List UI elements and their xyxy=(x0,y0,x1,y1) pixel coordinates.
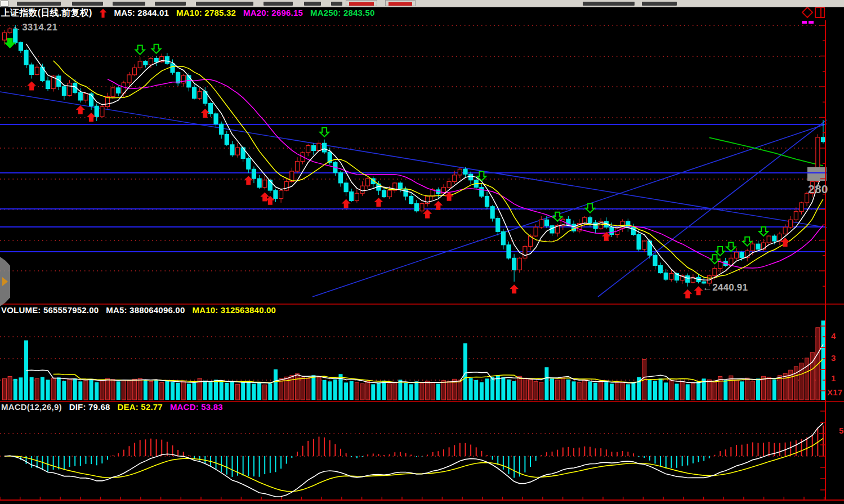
ma20-value: MA20: 2696.15 xyxy=(243,8,303,17)
menu-item-fragment[interactable] xyxy=(264,2,293,6)
signal-arrows-layer xyxy=(6,39,790,298)
dif-value: DIF: 79.68 xyxy=(69,402,110,412)
menu-red-button[interactable] xyxy=(385,0,416,6)
volume-multiplier-label: X17 xyxy=(827,387,842,397)
menu-item-fragment[interactable] xyxy=(583,2,635,6)
annotation-arrow-icon: ← xyxy=(703,282,712,293)
menu-item-fragment[interactable] xyxy=(155,2,186,6)
diamond-icon[interactable] xyxy=(802,7,812,17)
menu-item-fragment[interactable] xyxy=(304,2,321,6)
volume-ma5-line xyxy=(26,344,823,383)
menu-item-fragment[interactable] xyxy=(331,2,342,6)
menu-item-fragment[interactable] xyxy=(113,2,145,6)
menu-item-fragment[interactable] xyxy=(196,2,253,6)
menu-bar[interactable] xyxy=(0,0,844,7)
volume-axis-label-3: 3 xyxy=(831,353,836,363)
ma10-value: MA10: 2785.32 xyxy=(176,8,236,17)
symbol-title: 上证指数(日线.前复权) xyxy=(1,7,92,19)
volume-axis-label-1: 1 xyxy=(831,373,836,383)
magenta-dash-marker xyxy=(809,21,814,24)
chart-canvas xyxy=(0,0,844,504)
volume-ma10-value: MA10: 312563840.00 xyxy=(192,305,276,315)
up-arrow-icon xyxy=(100,9,107,18)
volume-ma5-value: MA5: 388064096.00 xyxy=(106,305,185,315)
low-price-value: 2440.91 xyxy=(712,282,748,293)
expand-arrow-icon xyxy=(2,277,8,286)
indicator-header-main: 上证指数(日线.前复权) MA5: 2844.01 MA10: 2785.32 … xyxy=(1,7,375,19)
menu-item-fragment[interactable] xyxy=(17,2,61,6)
peak-price-value: 3314.21 xyxy=(22,22,57,33)
volume-axis-label-4: 4 xyxy=(831,331,836,341)
macd-value: MACD: 53.83 xyxy=(170,402,223,412)
ma250-value: MA250: 2843.50 xyxy=(310,8,375,17)
volume-bars-layer xyxy=(3,320,825,400)
sidebar-expand-tab[interactable] xyxy=(0,257,10,306)
indicator-header-macd: MACD(12,26,9) DIF: 79.68 DEA: 52.77 MACD… xyxy=(1,402,223,412)
menu-item-fragment[interactable] xyxy=(642,2,677,6)
low-price-annotation: ←2440.91 xyxy=(703,282,748,293)
macd-title: MACD(12,26,9) xyxy=(1,402,62,412)
macd-axis-label: 5 xyxy=(839,426,844,435)
volume-ma10-line xyxy=(53,359,823,383)
menu-item-fragment[interactable] xyxy=(72,2,103,6)
indicator-header-volume: VOLUME: 565557952.00 MA5: 388064096.00 M… xyxy=(1,305,276,315)
ma10-line xyxy=(53,61,823,278)
ma250-line xyxy=(709,137,823,166)
ma5-value: MA5: 2844.01 xyxy=(114,8,169,17)
app-icon xyxy=(1,1,8,7)
menu-red-button[interactable] xyxy=(346,0,377,6)
dea-value: DEA: 52.77 xyxy=(118,402,163,412)
volume-value: VOLUME: 565557952.00 xyxy=(1,305,99,315)
last-price-label: 280 xyxy=(808,182,828,196)
dea-line xyxy=(5,438,823,491)
candles-layer xyxy=(3,25,825,287)
pages-icon[interactable] xyxy=(815,7,824,17)
magenta-dash-marker xyxy=(802,21,807,24)
peak-price-annotation: ←3314.21 xyxy=(12,22,57,33)
dif-line xyxy=(5,423,823,497)
